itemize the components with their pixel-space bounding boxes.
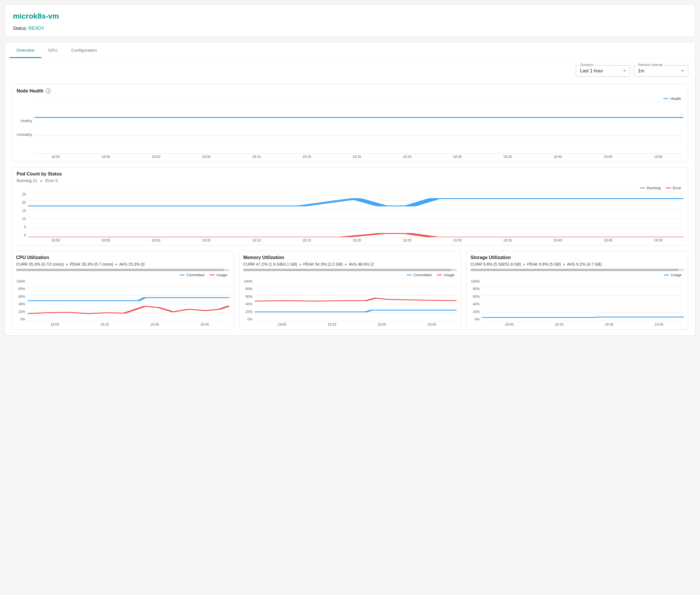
y-tick: 0% xyxy=(16,317,25,321)
storage-util-stats: CURR 9.8% (5 GB/51.8 GB)●PEAK 9.8% (5 GB… xyxy=(471,262,684,266)
y-tick: 40% xyxy=(471,302,480,306)
x-tick: 19:35 xyxy=(483,155,533,159)
duration-select[interactable]: Duration Last 1 hour xyxy=(576,65,630,77)
y-tick: 0% xyxy=(471,317,480,321)
tab-gpu[interactable]: GPU xyxy=(41,42,65,58)
x-tick: 19:45 xyxy=(583,155,633,159)
y-tick: 80% xyxy=(471,287,480,291)
legend-label: Running xyxy=(647,186,661,190)
legend-item: Running xyxy=(640,186,661,190)
timerange-controls: Duration Last 1 hour Refresh Interval 1m xyxy=(5,58,695,79)
x-axis: 18:50 18:55 19:00 19:05 19:10 19:15 19:2… xyxy=(17,155,683,159)
running-value: 21 xyxy=(33,178,37,183)
mem-util-chart[interactable]: 100% 80% 60% 40% 20% 0% xyxy=(243,278,457,321)
x-tick: 19:00 xyxy=(485,322,534,327)
x-tick: 18:55 xyxy=(81,155,131,159)
y-tick: 10 xyxy=(17,217,26,221)
y-tick: 60% xyxy=(471,294,480,299)
x-axis: 18:50 18:55 19:00 19:05 19:10 19:15 19:2… xyxy=(17,238,683,243)
legend-label: Usage xyxy=(671,273,682,277)
x-axis: 19:00 19:15 19:30 19:45 xyxy=(16,322,229,327)
x-tick: 19:30 xyxy=(432,155,483,159)
chevron-down-icon xyxy=(623,70,626,72)
scroll-indicator[interactable] xyxy=(16,269,229,271)
y-tick: Unhealthy xyxy=(17,133,32,137)
y-axis: 25 20 15 10 5 0 xyxy=(17,191,28,237)
y-tick: 40% xyxy=(16,302,25,306)
pod-count-chart[interactable]: 25 20 15 10 5 0 xyxy=(17,191,683,237)
legend-swatch xyxy=(664,275,669,275)
scroll-indicator[interactable] xyxy=(243,269,457,271)
cpu-util-stats: CURR 35.3% (0.7/2 cores)●PEAK 35.3% (0.7… xyxy=(16,262,229,266)
legend-item: Committed xyxy=(407,273,432,277)
cpu-util-chart[interactable]: 100% 80% 60% 40% 20% 0% xyxy=(16,278,229,321)
x-tick: 19:45 xyxy=(179,322,229,327)
x-tick: 19:30 xyxy=(130,322,180,327)
y-tick: Healthy xyxy=(17,119,32,123)
x-tick: 19:30 xyxy=(584,322,634,327)
legend-label: Usage xyxy=(444,273,455,277)
node-health-chart[interactable]: Healthy Unhealthy xyxy=(17,102,683,153)
vm-status-label: Status: xyxy=(13,26,27,31)
cpu-legend: Committed Usage xyxy=(16,272,229,278)
x-tick: 19:00 xyxy=(257,322,307,327)
legend-label: Usage xyxy=(216,273,227,277)
scroll-indicator[interactable] xyxy=(471,269,684,271)
y-tick: 5 xyxy=(17,225,26,229)
x-tick: 19:30 xyxy=(432,238,483,243)
tab-configuration[interactable]: Configuration xyxy=(64,42,104,58)
y-axis: 100% 80% 60% 40% 20% 0% xyxy=(471,278,482,321)
y-tick: 40% xyxy=(243,302,252,306)
plot-area xyxy=(28,278,229,321)
y-tick: 0% xyxy=(243,317,252,321)
node-health-legend: Health xyxy=(17,95,683,102)
x-axis: 19:00 19:15 19:30 19:45 xyxy=(243,322,457,327)
legend-swatch xyxy=(640,188,645,188)
y-tick: 60% xyxy=(16,294,25,299)
y-tick: 60% xyxy=(243,294,252,299)
x-tick: 18:50 xyxy=(30,155,81,159)
x-tick: 19:45 xyxy=(634,322,684,327)
running-label: Running xyxy=(17,178,32,183)
x-tick: 19:40 xyxy=(533,238,583,243)
y-tick: 20% xyxy=(16,310,25,314)
content-card: Overview GPU Configuration Duration Last… xyxy=(5,42,695,336)
storage-util-title: Storage Utilization xyxy=(471,255,511,260)
plot-area xyxy=(482,278,684,321)
x-tick: 19:00 xyxy=(30,322,80,327)
node-health-panel: Node Health i Health Healthy Unhealthy xyxy=(12,84,688,162)
plot-area xyxy=(28,191,683,237)
x-tick: 19:05 xyxy=(181,238,231,243)
legend-swatch xyxy=(407,275,412,275)
mem-legend: Committed Usage xyxy=(243,272,457,278)
legend-swatch xyxy=(666,188,671,188)
refresh-select[interactable]: Refresh Interval 1m xyxy=(634,65,688,77)
x-tick: 19:30 xyxy=(357,322,407,327)
x-tick: 19:40 xyxy=(533,155,583,159)
duration-label: Duration xyxy=(579,63,595,67)
stat-avg: AVG 9.2% (4.7 GB) xyxy=(567,262,602,266)
plot-area xyxy=(34,102,683,153)
vm-title[interactable]: microk8s-vm xyxy=(13,12,687,21)
chevron-down-icon xyxy=(681,70,684,72)
x-tick: 19:45 xyxy=(583,238,633,243)
legend-item: Usage xyxy=(437,273,455,277)
x-tick: 19:25 xyxy=(382,238,432,243)
y-tick: 15 xyxy=(17,209,26,213)
info-icon[interactable]: i xyxy=(46,88,51,94)
x-tick: 19:50 xyxy=(633,155,683,159)
stat-peak: PEAK 35.3% (0.7 cores) xyxy=(70,262,113,266)
utilization-grid: CPU Utilization CURR 35.3% (0.7/2 cores)… xyxy=(12,251,688,330)
storage-util-chart[interactable]: 100% 80% 60% 40% 20% 0% xyxy=(471,278,684,321)
stat-avg: AVG 25.3% (0 xyxy=(119,262,144,266)
cpu-util-title: CPU Utilization xyxy=(16,255,49,260)
x-tick: 19:20 xyxy=(332,238,382,243)
tab-overview[interactable]: Overview xyxy=(9,42,41,58)
x-tick: 18:55 xyxy=(81,238,131,243)
x-tick: 19:00 xyxy=(131,155,181,159)
tabs: Overview GPU Configuration xyxy=(5,42,695,58)
legend-item: Usage xyxy=(664,273,682,277)
stat-peak: PEAK 9.8% (5 GB) xyxy=(527,262,561,266)
x-tick: 19:10 xyxy=(231,155,282,159)
y-tick: 100% xyxy=(243,279,252,283)
